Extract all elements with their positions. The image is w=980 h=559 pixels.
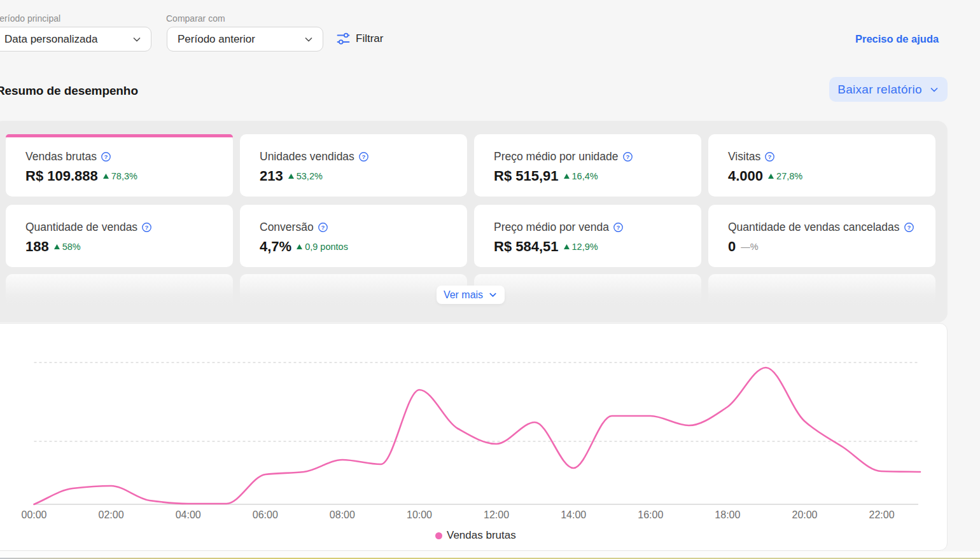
svg-text:?: ? xyxy=(617,224,620,231)
svg-text:?: ? xyxy=(907,224,911,231)
svg-text:?: ? xyxy=(626,153,629,160)
svg-text:?: ? xyxy=(321,224,325,231)
svg-text:?: ? xyxy=(361,153,365,160)
svg-text:?: ? xyxy=(145,224,149,231)
svg-text:?: ? xyxy=(104,153,108,160)
svg-text:?: ? xyxy=(768,153,772,160)
